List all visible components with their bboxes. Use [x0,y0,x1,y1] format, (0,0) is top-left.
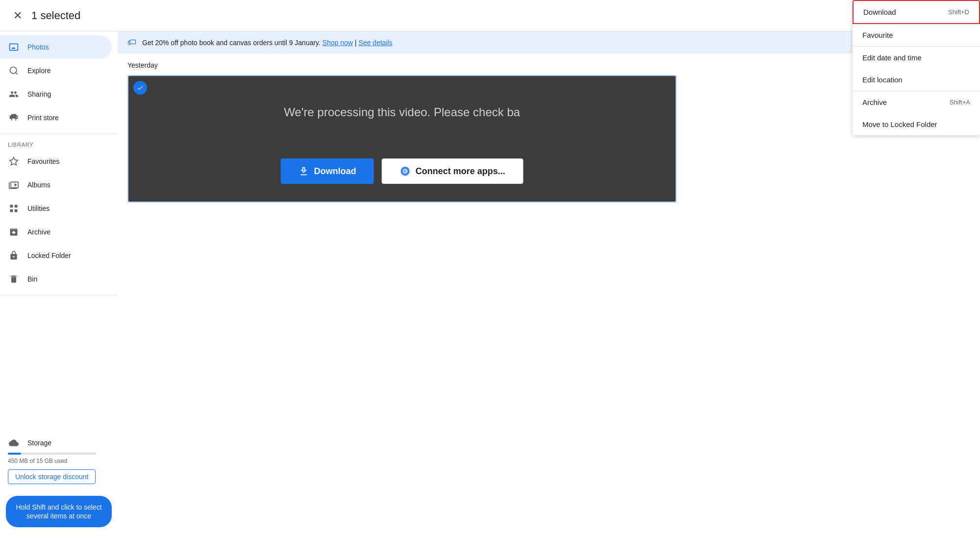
sidebar-print-store-label: Print store [27,114,59,122]
dropdown-item-download[interactable]: Download Shift+D [853,0,980,24]
dropdown-move-locked-label: Move to Locked Folder [862,120,937,128]
svg-rect-3 [10,205,13,208]
dropdown-archive-shortcut: Shift+A [950,99,970,106]
sidebar-item-favourites[interactable]: Favourites [0,150,112,173]
download-btn-label: Download [314,166,356,177]
sidebar-favourites-label: Favourites [27,157,59,165]
storage-text: Storage [27,439,51,447]
archive-icon [8,226,20,238]
promo-tag-icon: 🏷 [127,37,136,48]
dropdown-edit-location-label: Edit location [862,76,903,84]
sidebar-utilities-label: Utilities [27,205,50,212]
sidebar-photos-label: Photos [27,43,49,51]
count-value: 1 [31,9,37,22]
sharing-icon [8,88,20,100]
explore-icon [8,65,20,77]
photos-icon [8,41,20,53]
sidebar-divider-2 [0,295,118,295]
connect-apps-button[interactable]: Connect more apps... [381,158,523,184]
sidebar-archive-label: Archive [27,228,50,236]
svg-line-1 [16,73,18,75]
dropdown-item-edit-location[interactable]: Edit location [853,69,980,91]
sidebar-sharing-label: Sharing [27,90,51,98]
storage-used-text: 450 MB of 15 GB used [8,458,110,464]
dropdown-item-archive[interactable]: Archive Shift+A [853,91,980,113]
svg-rect-4 [15,205,18,208]
selected-count: 1 selected [31,9,80,22]
dropdown-download-shortcut: Shift+D [948,8,969,16]
download-icon [298,166,309,177]
date-label: Yesterday [127,61,970,69]
svg-marker-2 [10,157,18,165]
svg-rect-6 [15,209,18,212]
promo-separator: | [355,39,357,47]
close-icon: ✕ [13,9,22,22]
sidebar-explore-label: Explore [27,67,50,75]
sidebar-item-archive[interactable]: Archive [0,220,112,244]
sidebar-item-print-store[interactable]: Print store [0,106,112,129]
main-content: 🏷 Get 20% off photo book and canvas orde… [118,31,980,539]
dropdown-item-favourite[interactable]: Favourite [853,24,980,46]
shop-now-link[interactable]: Shop now [323,39,353,47]
connect-btn-label: Connect more apps... [415,166,505,177]
dropdown-item-edit-date-time[interactable]: Edit date and time [853,47,980,69]
video-message: We're processing this video. Please chec… [284,105,520,119]
video-actions: Download Connect more apps... [280,158,523,184]
dropdown-download-label: Download [863,8,896,16]
albums-icon [8,179,20,191]
sidebar-item-explore[interactable]: Explore [0,59,112,82]
video-card[interactable]: We're processing this video. Please chec… [127,75,677,203]
video-checkmark [133,81,147,95]
svg-rect-5 [10,209,13,212]
dropdown-edit-date-label: Edit date and time [862,53,922,62]
selected-label: selected [40,9,80,22]
body: Photos Explore Sharing [0,31,980,539]
sidebar-albums-label: Albums [27,181,50,189]
library-section-label: LIBRARY [0,138,118,150]
sidebar: Photos Explore Sharing [0,31,118,539]
sidebar-item-utilities[interactable]: Utilities [0,197,112,220]
favourites-icon [8,155,20,167]
shift-tip-banner: Hold Shift and click to select several i… [6,496,112,527]
unlock-storage-button[interactable]: Unlock storage discount [8,469,96,484]
print-store-icon [8,112,20,124]
locked-folder-icon [8,250,20,261]
svg-point-0 [10,67,17,74]
google-icon [400,166,410,177]
sidebar-bin-label: Bin [27,275,37,283]
sidebar-locked-folder-label: Locked Folder [27,252,71,259]
bin-icon [8,273,20,285]
sidebar-item-bin[interactable]: Bin [0,267,112,291]
promo-banner: 🏷 Get 20% off photo book and canvas orde… [118,31,980,53]
storage-cloud-icon [8,437,20,449]
sidebar-divider-1 [0,133,118,134]
photo-area: Yesterday We're processing this video. P… [118,53,980,539]
utilities-icon [8,203,20,214]
sidebar-item-sharing[interactable]: Sharing [0,82,112,106]
close-button[interactable]: ✕ [8,6,27,26]
dropdown-item-move-locked[interactable]: Move to Locked Folder [853,113,980,135]
see-details-link[interactable]: See details [358,39,392,47]
storage-label-row: Storage [8,437,110,449]
dropdown-menu: Download Shift+D Favourite Edit date and… [853,0,980,135]
download-video-button[interactable]: Download [280,158,374,184]
promo-text: Get 20% off photo book and canvas orders… [142,39,321,47]
storage-section: Storage 450 MB of 15 GB used Unlock stor… [0,431,118,490]
dropdown-favourite-label: Favourite [862,31,893,39]
storage-bar-container [8,453,96,455]
dropdown-archive-label: Archive [862,98,887,106]
storage-bar-fill [8,453,21,455]
sidebar-item-photos[interactable]: Photos [0,35,112,59]
header: ✕ 1 selected [0,0,980,31]
sidebar-item-locked-folder[interactable]: Locked Folder [0,244,112,267]
sidebar-item-albums[interactable]: Albums [0,173,112,197]
